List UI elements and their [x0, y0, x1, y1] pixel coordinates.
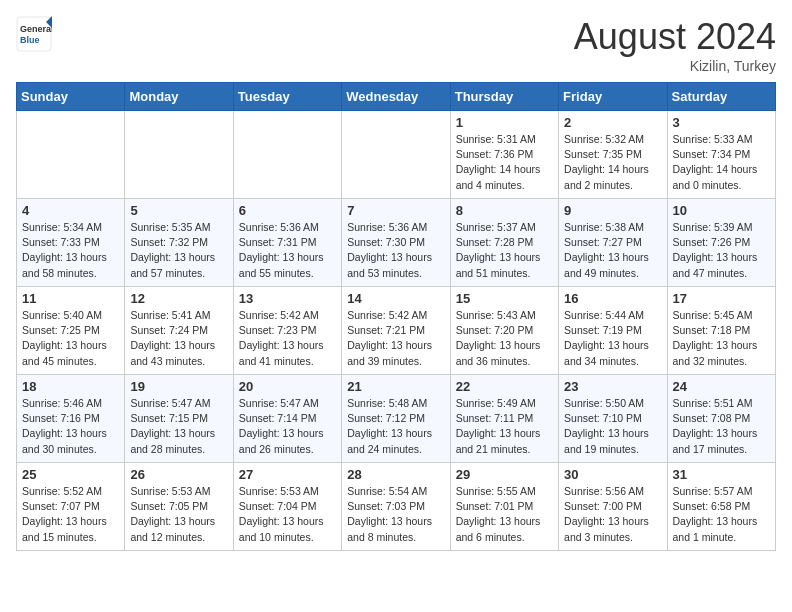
calendar-cell: 24Sunrise: 5:51 AMSunset: 7:08 PMDayligh… — [667, 375, 775, 463]
day-info: Sunrise: 5:42 AMSunset: 7:23 PMDaylight:… — [239, 308, 336, 369]
day-info: Sunrise: 5:57 AMSunset: 6:58 PMDaylight:… — [673, 484, 770, 545]
day-number: 16 — [564, 291, 661, 306]
calendar-cell: 6Sunrise: 5:36 AMSunset: 7:31 PMDaylight… — [233, 199, 341, 287]
calendar-cell: 12Sunrise: 5:41 AMSunset: 7:24 PMDayligh… — [125, 287, 233, 375]
calendar-cell: 13Sunrise: 5:42 AMSunset: 7:23 PMDayligh… — [233, 287, 341, 375]
day-number: 7 — [347, 203, 444, 218]
calendar-table: SundayMondayTuesdayWednesdayThursdayFrid… — [16, 82, 776, 551]
calendar-cell — [17, 111, 125, 199]
calendar-cell: 23Sunrise: 5:50 AMSunset: 7:10 PMDayligh… — [559, 375, 667, 463]
day-info: Sunrise: 5:37 AMSunset: 7:28 PMDaylight:… — [456, 220, 553, 281]
day-info: Sunrise: 5:45 AMSunset: 7:18 PMDaylight:… — [673, 308, 770, 369]
calendar-cell: 11Sunrise: 5:40 AMSunset: 7:25 PMDayligh… — [17, 287, 125, 375]
svg-rect-0 — [17, 17, 51, 51]
day-info: Sunrise: 5:42 AMSunset: 7:21 PMDaylight:… — [347, 308, 444, 369]
day-info: Sunrise: 5:48 AMSunset: 7:12 PMDaylight:… — [347, 396, 444, 457]
logo-container: General Blue — [16, 16, 52, 52]
day-number: 9 — [564, 203, 661, 218]
day-number: 1 — [456, 115, 553, 130]
calendar-cell: 9Sunrise: 5:38 AMSunset: 7:27 PMDaylight… — [559, 199, 667, 287]
day-info: Sunrise: 5:56 AMSunset: 7:00 PMDaylight:… — [564, 484, 661, 545]
day-number: 17 — [673, 291, 770, 306]
calendar-cell: 26Sunrise: 5:53 AMSunset: 7:05 PMDayligh… — [125, 463, 233, 551]
weekday-header-friday: Friday — [559, 83, 667, 111]
day-info: Sunrise: 5:55 AMSunset: 7:01 PMDaylight:… — [456, 484, 553, 545]
logo: General Blue — [16, 16, 52, 52]
location-subtitle: Kizilin, Turkey — [574, 58, 776, 74]
day-number: 20 — [239, 379, 336, 394]
svg-text:Blue: Blue — [20, 35, 40, 45]
day-number: 27 — [239, 467, 336, 482]
calendar-cell: 8Sunrise: 5:37 AMSunset: 7:28 PMDaylight… — [450, 199, 558, 287]
day-number: 13 — [239, 291, 336, 306]
day-info: Sunrise: 5:34 AMSunset: 7:33 PMDaylight:… — [22, 220, 119, 281]
day-info: Sunrise: 5:53 AMSunset: 7:04 PMDaylight:… — [239, 484, 336, 545]
calendar-cell: 16Sunrise: 5:44 AMSunset: 7:19 PMDayligh… — [559, 287, 667, 375]
day-info: Sunrise: 5:54 AMSunset: 7:03 PMDaylight:… — [347, 484, 444, 545]
weekday-header-thursday: Thursday — [450, 83, 558, 111]
day-info: Sunrise: 5:32 AMSunset: 7:35 PMDaylight:… — [564, 132, 661, 193]
calendar-cell: 19Sunrise: 5:47 AMSunset: 7:15 PMDayligh… — [125, 375, 233, 463]
day-info: Sunrise: 5:36 AMSunset: 7:30 PMDaylight:… — [347, 220, 444, 281]
day-number: 11 — [22, 291, 119, 306]
day-info: Sunrise: 5:51 AMSunset: 7:08 PMDaylight:… — [673, 396, 770, 457]
day-number: 25 — [22, 467, 119, 482]
day-number: 28 — [347, 467, 444, 482]
day-number: 26 — [130, 467, 227, 482]
calendar-cell: 21Sunrise: 5:48 AMSunset: 7:12 PMDayligh… — [342, 375, 450, 463]
calendar-cell — [125, 111, 233, 199]
day-info: Sunrise: 5:39 AMSunset: 7:26 PMDaylight:… — [673, 220, 770, 281]
calendar-cell: 15Sunrise: 5:43 AMSunset: 7:20 PMDayligh… — [450, 287, 558, 375]
title-block: August 2024 Kizilin, Turkey — [574, 16, 776, 74]
calendar-cell: 2Sunrise: 5:32 AMSunset: 7:35 PMDaylight… — [559, 111, 667, 199]
day-info: Sunrise: 5:38 AMSunset: 7:27 PMDaylight:… — [564, 220, 661, 281]
calendar-cell: 27Sunrise: 5:53 AMSunset: 7:04 PMDayligh… — [233, 463, 341, 551]
calendar-cell: 5Sunrise: 5:35 AMSunset: 7:32 PMDaylight… — [125, 199, 233, 287]
day-number: 18 — [22, 379, 119, 394]
day-number: 6 — [239, 203, 336, 218]
day-info: Sunrise: 5:52 AMSunset: 7:07 PMDaylight:… — [22, 484, 119, 545]
day-number: 23 — [564, 379, 661, 394]
day-info: Sunrise: 5:31 AMSunset: 7:36 PMDaylight:… — [456, 132, 553, 193]
day-info: Sunrise: 5:53 AMSunset: 7:05 PMDaylight:… — [130, 484, 227, 545]
day-info: Sunrise: 5:49 AMSunset: 7:11 PMDaylight:… — [456, 396, 553, 457]
calendar-week-row: 11Sunrise: 5:40 AMSunset: 7:25 PMDayligh… — [17, 287, 776, 375]
calendar-cell: 25Sunrise: 5:52 AMSunset: 7:07 PMDayligh… — [17, 463, 125, 551]
logo-graphic: General Blue — [16, 16, 52, 52]
day-number: 14 — [347, 291, 444, 306]
weekday-header-saturday: Saturday — [667, 83, 775, 111]
calendar-week-row: 4Sunrise: 5:34 AMSunset: 7:33 PMDaylight… — [17, 199, 776, 287]
calendar-cell: 14Sunrise: 5:42 AMSunset: 7:21 PMDayligh… — [342, 287, 450, 375]
day-info: Sunrise: 5:43 AMSunset: 7:20 PMDaylight:… — [456, 308, 553, 369]
calendar-cell: 20Sunrise: 5:47 AMSunset: 7:14 PMDayligh… — [233, 375, 341, 463]
day-number: 31 — [673, 467, 770, 482]
day-number: 12 — [130, 291, 227, 306]
day-number: 30 — [564, 467, 661, 482]
calendar-cell: 7Sunrise: 5:36 AMSunset: 7:30 PMDaylight… — [342, 199, 450, 287]
weekday-header-row: SundayMondayTuesdayWednesdayThursdayFrid… — [17, 83, 776, 111]
month-year-title: August 2024 — [574, 16, 776, 58]
day-number: 2 — [564, 115, 661, 130]
calendar-cell: 18Sunrise: 5:46 AMSunset: 7:16 PMDayligh… — [17, 375, 125, 463]
day-number: 21 — [347, 379, 444, 394]
calendar-cell: 1Sunrise: 5:31 AMSunset: 7:36 PMDaylight… — [450, 111, 558, 199]
day-info: Sunrise: 5:44 AMSunset: 7:19 PMDaylight:… — [564, 308, 661, 369]
day-info: Sunrise: 5:47 AMSunset: 7:14 PMDaylight:… — [239, 396, 336, 457]
calendar-week-row: 18Sunrise: 5:46 AMSunset: 7:16 PMDayligh… — [17, 375, 776, 463]
day-info: Sunrise: 5:33 AMSunset: 7:34 PMDaylight:… — [673, 132, 770, 193]
calendar-cell: 29Sunrise: 5:55 AMSunset: 7:01 PMDayligh… — [450, 463, 558, 551]
day-number: 19 — [130, 379, 227, 394]
day-number: 22 — [456, 379, 553, 394]
calendar-cell: 30Sunrise: 5:56 AMSunset: 7:00 PMDayligh… — [559, 463, 667, 551]
day-number: 29 — [456, 467, 553, 482]
logo-svg: General Blue — [16, 16, 52, 52]
calendar-week-row: 25Sunrise: 5:52 AMSunset: 7:07 PMDayligh… — [17, 463, 776, 551]
calendar-cell: 4Sunrise: 5:34 AMSunset: 7:33 PMDaylight… — [17, 199, 125, 287]
calendar-cell: 31Sunrise: 5:57 AMSunset: 6:58 PMDayligh… — [667, 463, 775, 551]
day-info: Sunrise: 5:40 AMSunset: 7:25 PMDaylight:… — [22, 308, 119, 369]
page-header: General Blue August 2024 Kizilin, Turkey — [16, 16, 776, 74]
calendar-cell: 17Sunrise: 5:45 AMSunset: 7:18 PMDayligh… — [667, 287, 775, 375]
day-number: 4 — [22, 203, 119, 218]
svg-text:General: General — [20, 24, 52, 34]
day-number: 10 — [673, 203, 770, 218]
